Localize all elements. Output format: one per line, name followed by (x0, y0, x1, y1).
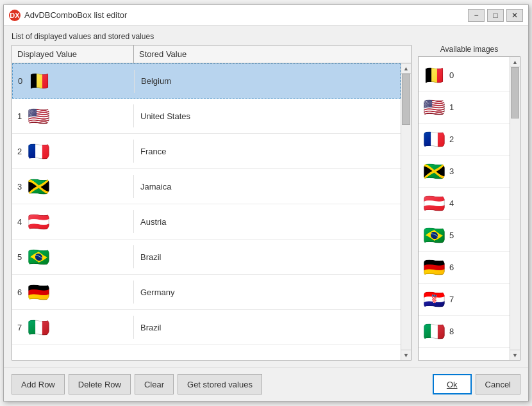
image-item[interactable]: 🇫🇷 2 (419, 124, 510, 156)
row-value-cell: France (134, 147, 401, 156)
img-scroll-up-arrow[interactable]: ▲ (510, 57, 520, 67)
images-panel: Available images 🇧🇪 0 🇺🇸 1 🇫🇷 2 🇯🇲 3 🇦🇹 … (418, 45, 520, 361)
row-number: 1 (17, 111, 22, 121)
table-row[interactable]: 3 🇯🇲 Jamaica (12, 169, 401, 204)
image-item[interactable]: 🇮🇹 8 (419, 316, 510, 348)
images-scrollbar: ▲ ▼ (510, 57, 520, 360)
table-row[interactable]: 5 🇧🇷 Brazil (12, 240, 401, 275)
col-stored-header: Stored Value (134, 45, 411, 63)
table-row[interactable]: 1 🇺🇸 United States (12, 99, 401, 134)
image-item[interactable]: 🇺🇸 1 (419, 92, 510, 124)
image-number: 0 (449, 70, 454, 80)
row-number: 7 (17, 323, 22, 332)
row-number: 0 (18, 76, 22, 86)
main-grid: Displayed Value Stored Value 0 🇧🇪 Belgiu… (12, 45, 520, 361)
row-num-cell: 4 🇦🇹 (12, 210, 134, 233)
title-bar: DX AdvDBComboBox list editor − □ ✕ (4, 5, 528, 26)
image-number: 8 (449, 327, 454, 336)
available-flag-icon: 🇯🇲 (422, 160, 445, 183)
row-num-cell: 5 🇧🇷 (12, 245, 134, 268)
section-label: List of displayed values and stored valu… (12, 32, 520, 41)
flag-icon: 🇯🇲 (27, 175, 50, 198)
app-icon: DX (9, 10, 21, 21)
window-controls: − □ ✕ (468, 9, 523, 22)
list-header: Displayed Value Stored Value (12, 45, 411, 63)
image-item[interactable]: 🇦🇹 4 (419, 188, 510, 220)
image-item[interactable]: 🇯🇲 3 (419, 156, 510, 188)
flag-icon: 🇫🇷 (27, 140, 50, 163)
scroll-track (401, 74, 411, 350)
flag-icon: 🇮🇹 (27, 316, 50, 339)
list-rows[interactable]: 0 🇧🇪 Belgium 1 🇺🇸 United States 2 🇫🇷 Fra… (12, 63, 401, 360)
scroll-down-arrow[interactable]: ▼ (401, 350, 411, 360)
image-item[interactable]: 🇭🇷 7 (419, 284, 510, 316)
image-item[interactable]: 🇧🇷 5 (419, 220, 510, 252)
row-value-cell: Belgium (135, 76, 400, 86)
row-number: 4 (17, 217, 22, 227)
table-row[interactable]: 7 🇮🇹 Brazil (12, 310, 401, 345)
image-item[interactable]: 🇧🇪 0 (419, 60, 510, 92)
list-panel: Displayed Value Stored Value 0 🇧🇪 Belgiu… (12, 45, 411, 361)
row-num-cell: 0 🇧🇪 (13, 70, 135, 93)
scroll-up-arrow[interactable]: ▲ (401, 63, 411, 74)
window-title: AdvDBComboBox list editor (24, 10, 468, 20)
row-number: 2 (17, 147, 22, 156)
row-value-cell: Jamaica (134, 182, 401, 191)
image-number: 2 (449, 134, 454, 144)
scroll-thumb[interactable] (402, 74, 410, 125)
get-stored-values-button[interactable]: Get stored values (178, 374, 262, 394)
images-list[interactable]: 🇧🇪 0 🇺🇸 1 🇫🇷 2 🇯🇲 3 🇦🇹 4 🇧🇷 5 🇩🇪 6 🇭🇷 7 … (419, 57, 510, 360)
list-scrollbar: ▲ ▼ (401, 63, 411, 360)
image-number: 3 (449, 166, 454, 176)
available-flag-icon: 🇧🇷 (422, 224, 445, 247)
close-button[interactable]: ✕ (506, 9, 523, 22)
row-value-cell: Austria (134, 217, 401, 227)
table-row[interactable]: 4 🇦🇹 Austria (12, 204, 401, 240)
flag-icon: 🇧🇷 (27, 245, 50, 268)
img-scroll-thumb[interactable] (511, 67, 519, 118)
img-scroll-down-arrow[interactable]: ▼ (510, 350, 520, 360)
table-row[interactable]: 2 🇫🇷 France (12, 134, 401, 169)
flag-icon: 🇦🇹 (27, 210, 50, 233)
main-window: DX AdvDBComboBox list editor − □ ✕ List … (3, 4, 529, 402)
image-number: 4 (449, 199, 454, 208)
list-scroll-wrapper: 0 🇧🇪 Belgium 1 🇺🇸 United States 2 🇫🇷 Fra… (12, 63, 411, 360)
cancel-button[interactable]: Cancel (476, 374, 520, 394)
image-number: 6 (449, 263, 454, 272)
maximize-button[interactable]: □ (487, 9, 504, 22)
image-number: 1 (449, 102, 454, 112)
table-row[interactable]: 6 🇩🇪 Germany (12, 275, 401, 310)
image-item[interactable]: 🇩🇪 6 (419, 252, 510, 284)
available-flag-icon: 🇮🇹 (422, 320, 445, 343)
available-flag-icon: 🇧🇪 (422, 64, 445, 87)
row-num-cell: 6 🇩🇪 (12, 280, 134, 304)
row-number: 5 (17, 252, 22, 262)
flag-icon: 🇧🇪 (28, 70, 51, 93)
minimize-button[interactable]: − (468, 9, 485, 22)
row-num-cell: 1 🇺🇸 (12, 104, 134, 127)
flag-icon: 🇺🇸 (27, 104, 50, 127)
available-flag-icon: 🇩🇪 (422, 256, 445, 279)
row-num-cell: 3 🇯🇲 (12, 175, 134, 198)
delete-row-button[interactable]: Delete Row (69, 374, 131, 394)
images-scroll-outer: 🇧🇪 0 🇺🇸 1 🇫🇷 2 🇯🇲 3 🇦🇹 4 🇧🇷 5 🇩🇪 6 🇭🇷 7 … (418, 56, 520, 361)
col-displayed-header: Displayed Value (12, 45, 134, 63)
row-number: 6 (17, 288, 22, 297)
content-area: List of displayed values and stored valu… (4, 26, 528, 367)
footer: Add Row Delete Row Clear Get stored valu… (4, 367, 528, 401)
available-flag-icon: 🇫🇷 (422, 128, 445, 151)
image-number: 5 (449, 231, 454, 240)
row-value-cell: Brazil (134, 252, 401, 262)
ok-button[interactable]: Ok (433, 374, 472, 394)
available-flag-icon: 🇭🇷 (422, 288, 445, 311)
image-number: 7 (449, 295, 454, 304)
clear-button[interactable]: Clear (135, 374, 174, 394)
available-flag-icon: 🇦🇹 (422, 192, 445, 215)
flag-icon: 🇩🇪 (27, 280, 50, 304)
row-value-cell: Germany (134, 288, 401, 297)
available-flag-icon: 🇺🇸 (422, 96, 445, 119)
add-row-button[interactable]: Add Row (12, 374, 65, 394)
table-row[interactable]: 0 🇧🇪 Belgium (12, 63, 401, 99)
row-value-cell: United States (134, 111, 401, 121)
row-value-cell: Brazil (134, 323, 401, 332)
